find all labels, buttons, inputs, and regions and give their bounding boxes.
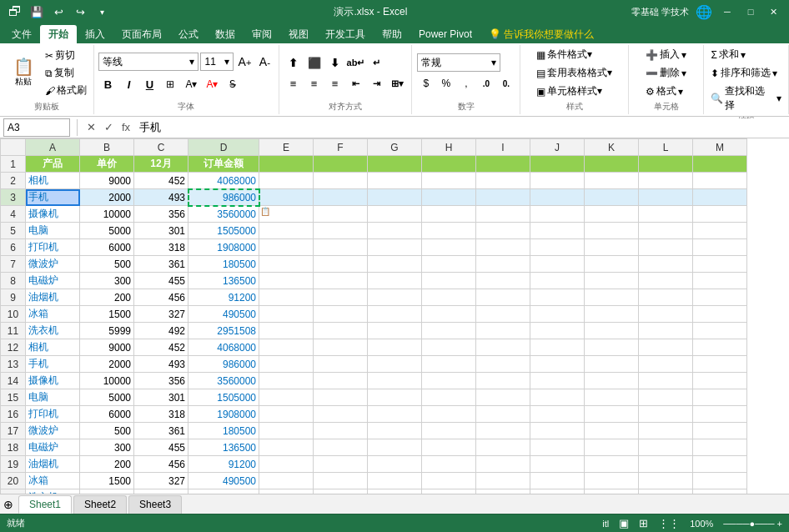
cell[interactable]: 361 <box>134 256 188 273</box>
increase-indent-button[interactable]: ⇥ <box>368 74 386 93</box>
cell[interactable] <box>368 223 422 239</box>
sheet-tab-1[interactable]: Sheet1 <box>18 495 72 514</box>
cell[interactable]: 产品 <box>26 156 80 173</box>
col-header-E[interactable]: E <box>259 139 314 156</box>
cell[interactable] <box>314 373 368 389</box>
cell[interactable] <box>368 473 422 489</box>
cell[interactable] <box>585 156 639 173</box>
cell[interactable] <box>422 206 476 223</box>
font-grow-button[interactable]: A+ <box>235 53 254 71</box>
table-format-button[interactable]: ▤ 套用表格格式▾ <box>535 65 614 81</box>
delete-cells-button[interactable]: ➖ 删除 ▾ <box>644 65 688 81</box>
cell[interactable] <box>422 373 476 389</box>
cell[interactable] <box>585 306 639 323</box>
cell[interactable]: 136500 <box>188 439 259 456</box>
cell[interactable] <box>530 489 585 494</box>
col-header-B[interactable]: B <box>80 139 134 156</box>
cell[interactable]: 327 <box>134 306 188 323</box>
tab-home[interactable]: 开始 <box>40 25 77 43</box>
cell[interactable] <box>530 239 585 256</box>
cell[interactable]: 相机 <box>26 339 80 356</box>
cell[interactable]: 手机 <box>26 189 80 206</box>
cell[interactable]: 456 <box>134 289 188 306</box>
cell[interactable] <box>259 439 314 456</box>
increase-decimal-button[interactable]: 0. <box>497 74 515 93</box>
bold-button[interactable]: B <box>98 75 117 93</box>
cell[interactable]: 2000 <box>80 356 134 373</box>
cell[interactable]: 相机 <box>26 173 80 189</box>
cell[interactable]: 500 <box>80 423 134 439</box>
cell[interactable] <box>693 189 747 206</box>
cut-button[interactable]: ✂ 剪切 <box>43 48 88 63</box>
cell[interactable]: 微波炉 <box>26 423 80 439</box>
cell[interactable]: 9000 <box>80 339 134 356</box>
cell[interactable] <box>639 339 693 356</box>
cell[interactable] <box>314 456 368 473</box>
cell[interactable] <box>422 473 476 489</box>
cell[interactable]: 493 <box>134 189 188 206</box>
formula-cancel-icon[interactable]: ✕ <box>84 121 98 133</box>
cell[interactable] <box>585 239 639 256</box>
fx-icon[interactable]: fx <box>119 121 133 133</box>
cell[interactable]: 2951508 <box>188 323 259 339</box>
align-left-button[interactable]: ≡ <box>284 74 303 93</box>
row-header-18[interactable]: 18 <box>1 439 26 456</box>
fill-color-button[interactable]: A▾ <box>182 75 200 93</box>
cell[interactable]: 490500 <box>188 306 259 323</box>
cell[interactable] <box>259 456 314 473</box>
cell[interactable] <box>693 223 747 239</box>
cell[interactable]: 10000 <box>80 206 134 223</box>
cell[interactable] <box>422 439 476 456</box>
cell[interactable] <box>530 173 585 189</box>
spreadsheet[interactable]: A B C D E F G H I J K L M 1产品单价12月订单金额2相… <box>0 138 789 494</box>
cell[interactable] <box>422 289 476 306</box>
cell[interactable] <box>422 339 476 356</box>
cell[interactable] <box>259 239 314 256</box>
cell[interactable]: 300 <box>80 439 134 456</box>
cell[interactable] <box>639 289 693 306</box>
cell[interactable]: 200 <box>80 456 134 473</box>
col-header-H[interactable]: H <box>422 139 476 156</box>
cell[interactable] <box>314 356 368 373</box>
name-box[interactable]: A3 <box>3 118 70 137</box>
cell[interactable] <box>530 273 585 289</box>
percent-button[interactable]: % <box>437 74 455 93</box>
cell[interactable]: 4068000 <box>188 173 259 189</box>
row-header-12[interactable]: 12 <box>1 339 26 356</box>
cell[interactable] <box>422 189 476 206</box>
cell[interactable] <box>585 289 639 306</box>
cell[interactable]: 6000 <box>80 406 134 423</box>
tab-file[interactable]: 文件 <box>3 25 40 43</box>
cell[interactable]: 单价 <box>80 156 134 173</box>
cell[interactable] <box>314 256 368 273</box>
cell[interactable] <box>422 323 476 339</box>
cell[interactable]: 5999 <box>80 323 134 339</box>
cell[interactable]: 493 <box>134 356 188 373</box>
cell[interactable] <box>259 406 314 423</box>
cell[interactable] <box>639 156 693 173</box>
cell[interactable]: 455 <box>134 439 188 456</box>
cell[interactable] <box>314 239 368 256</box>
cell[interactable] <box>639 189 693 206</box>
cell[interactable]: 油烟机 <box>26 456 80 473</box>
text-direction-button[interactable]: ab↵ <box>347 53 365 72</box>
cell[interactable] <box>259 223 314 239</box>
cell[interactable] <box>314 223 368 239</box>
tab-view[interactable]: 视图 <box>280 25 317 43</box>
row-header-16[interactable]: 16 <box>1 406 26 423</box>
align-top-button[interactable]: ⬆ <box>284 53 303 72</box>
cell[interactable] <box>530 456 585 473</box>
col-header-M[interactable]: M <box>693 139 747 156</box>
cell[interactable]: 452 <box>134 173 188 189</box>
cell[interactable] <box>314 423 368 439</box>
row-header-10[interactable]: 10 <box>1 306 26 323</box>
cell[interactable] <box>314 189 368 206</box>
cell[interactable] <box>422 406 476 423</box>
cell[interactable] <box>259 189 314 206</box>
cell[interactable] <box>259 306 314 323</box>
cell[interactable] <box>530 339 585 356</box>
cell[interactable] <box>368 306 422 323</box>
cell[interactable] <box>530 323 585 339</box>
tab-developer[interactable]: 开发工具 <box>317 25 374 43</box>
cell[interactable] <box>368 356 422 373</box>
